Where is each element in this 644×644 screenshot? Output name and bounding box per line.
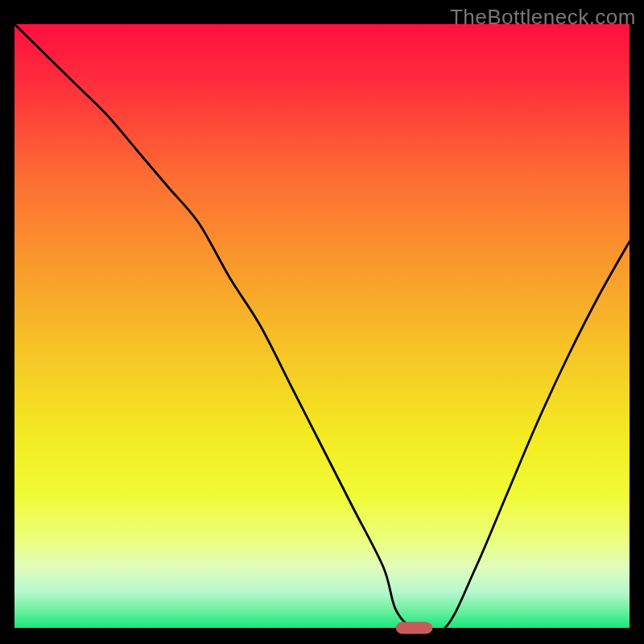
- watermark-text: TheBottleneck.com: [450, 5, 636, 30]
- bottleneck-chart: [0, 0, 644, 644]
- optimal-marker: [396, 622, 433, 634]
- chart-container: TheBottleneck.com: [0, 0, 644, 644]
